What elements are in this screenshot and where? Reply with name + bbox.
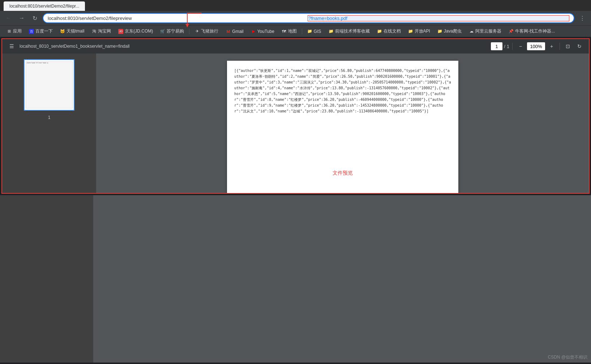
- address-bar[interactable]: localhost:8010/servletDemo2/filepreview?…: [43, 13, 574, 23]
- pdf-thumb-content: [{"author":"狄更斯","id":1,"name":"双城记"...}…: [26, 62, 72, 65]
- bookmark-frontend-label: 前端技术博客收藏: [335, 28, 370, 34]
- bookmark-nowcoder-label: 牛客网-找工作神器...: [515, 28, 555, 34]
- bookmark-aliyun[interactable]: ☁ 阿里云服务器: [466, 27, 504, 35]
- pdf-sidebar: [{"author":"狄更斯","id":1,"name":"双城记"...}…: [2, 53, 96, 193]
- bookmark-youtube-label: YouTube: [257, 29, 274, 34]
- frontend-folder-icon: 📁: [329, 29, 334, 34]
- pdf-toolbar: ☰ localhost_8010_servletDemo1_bookservle…: [2, 39, 589, 53]
- below-main: [93, 195, 591, 363]
- pdf-zoom-out-button[interactable]: −: [515, 41, 526, 51]
- tmall-icon: 🐱: [60, 29, 65, 34]
- java-folder-icon: 📁: [437, 29, 442, 34]
- browser-toolbar: ← → ↻ localhost:8010/servletDemo2/filepr…: [0, 11, 591, 25]
- pdf-menu-button[interactable]: ☰: [7, 41, 17, 51]
- browser-tabs: localhost:8010/servletDemo2/filepr...: [0, 0, 591, 11]
- bookmark-suning-label: 苏宁易购: [167, 28, 184, 34]
- browser-chrome: localhost:8010/servletDemo2/filepr... ← …: [0, 0, 591, 25]
- suning-icon: 🛒: [160, 29, 165, 34]
- bookmark-jd-label: 京东(JD.COM): [125, 28, 153, 34]
- apps-icon: ⊞: [7, 29, 12, 34]
- pdf-zoom-input[interactable]: [527, 42, 545, 50]
- bookmark-apps[interactable]: ⊞ 应用: [4, 27, 25, 35]
- pdf-page-content: [{"author":"狄更斯","id":1,"name":"双城记","pr…: [234, 68, 451, 114]
- pdf-thumbnail-image: [{"author":"狄更斯","id":1,"name":"双城记"...}…: [26, 61, 73, 108]
- maps-icon: 🗺: [282, 29, 287, 34]
- bookmark-gmail-label: Gmail: [232, 29, 243, 34]
- csdn-watermark: CSDN @似曾不相识: [548, 354, 587, 360]
- bookmark-baidu-label: 百度一下: [35, 28, 53, 34]
- browser-actions: ⋮: [577, 13, 587, 23]
- pdf-page-separator: /: [504, 44, 505, 49]
- baidu-icon: 百: [29, 29, 34, 34]
- taobao-icon: 淘: [91, 29, 97, 34]
- bookmark-baidu[interactable]: 百 百度一下: [26, 27, 56, 35]
- bookmarks-bar: ⊞ 应用 百 百度一下 🐱 天猫tmall 淘 淘宝网 JD 京东(JD.COM…: [0, 25, 591, 37]
- aliyun-icon: ☁: [469, 29, 474, 34]
- bookmark-jd[interactable]: JD 京东(JD.COM): [115, 27, 156, 35]
- jd-icon: JD: [118, 29, 123, 34]
- bookmark-taobao-label: 淘宝网: [98, 28, 111, 34]
- reload-button[interactable]: ↻: [30, 13, 40, 23]
- pdf-page-input[interactable]: [491, 42, 502, 50]
- pdf-title: localhost_8010_servletDemo1_bookservlet_…: [20, 44, 488, 49]
- pdf-fit-button[interactable]: ⊡: [563, 41, 573, 51]
- bookmark-taobao[interactable]: 淘 淘宝网: [89, 27, 114, 35]
- pdf-thumbnail-number: 1: [48, 115, 51, 120]
- forward-button[interactable]: →: [17, 13, 27, 23]
- bookmark-gmail[interactable]: M Gmail: [223, 28, 246, 35]
- bookmark-youtube[interactable]: ▶ YouTube: [248, 28, 277, 35]
- address-text: localhost:8010/servletDemo2/filepreview: [48, 16, 308, 21]
- bookmark-frontend[interactable]: 📁 前端技术博客收藏: [326, 27, 373, 35]
- bookmark-separator2: [302, 29, 302, 34]
- bookmark-gis-label: GIS: [314, 29, 321, 34]
- bookmark-api[interactable]: 📁 开放API: [405, 27, 433, 35]
- pdf-preview-label: 文件预览: [333, 170, 353, 176]
- gmail-icon: M: [226, 29, 231, 34]
- bookmark-tmall[interactable]: 🐱 天猫tmall: [57, 27, 87, 35]
- pdf-zoom-in-button[interactable]: +: [547, 41, 557, 51]
- bookmark-fliggy-label: 飞猪旅行: [201, 28, 218, 34]
- bookmark-docs-label: 在线文档: [384, 28, 401, 34]
- tab-title: localhost:8010/servletDemo2/filepr...: [9, 4, 79, 9]
- api-folder-icon: 📁: [408, 29, 413, 34]
- docs-folder-icon: 📁: [377, 29, 382, 34]
- fliggy-icon: ✈: [194, 29, 200, 34]
- pdf-zoom-controls: [527, 42, 545, 50]
- youtube-icon: ▶: [251, 29, 256, 34]
- bookmark-suning[interactable]: 🛒 苏宁易购: [157, 27, 187, 35]
- bookmark-api-label: 开放API: [415, 28, 430, 34]
- bookmark-nowcoder[interactable]: 📌 牛客网-找工作神器...: [506, 27, 558, 35]
- pdf-page-total: 1: [507, 44, 509, 49]
- active-tab[interactable]: localhost:8010/servletDemo2/filepr...: [4, 1, 85, 11]
- bookmark-docs[interactable]: 📁 在线文档: [374, 27, 404, 35]
- bookmark-java-label: Java爬虫: [444, 28, 462, 34]
- pdf-main-view[interactable]: [{"author":"狄更斯","id":1,"name":"双城记","pr…: [97, 53, 589, 193]
- pdf-thumbnail-1[interactable]: [{"author":"狄更斯","id":1,"name":"双城记"...}…: [24, 59, 74, 111]
- pdf-page-controls: / 1: [491, 42, 509, 50]
- back-button[interactable]: ←: [4, 13, 14, 23]
- gis-folder-icon: 📁: [307, 29, 312, 34]
- pdf-page: [{"author":"狄更斯","id":1,"name":"双城记","pr…: [227, 61, 458, 193]
- bookmark-maps-label: 地图: [288, 28, 297, 34]
- pdf-divider1: [512, 43, 513, 50]
- address-highlight: ?fname=books.pdf: [308, 15, 570, 21]
- pdf-content: [{"author":"狄更斯","id":1,"name":"双城记"...}…: [2, 53, 589, 193]
- bookmark-apps-label: 应用: [13, 28, 22, 34]
- bookmark-fliggy[interactable]: ✈ 飞猪旅行: [192, 27, 221, 35]
- below-area: [0, 195, 591, 363]
- below-sidebar: [0, 195, 93, 363]
- bookmark-separator: [189, 29, 189, 34]
- bookmark-maps[interactable]: 🗺 地图: [279, 27, 300, 35]
- bookmark-aliyun-label: 阿里云服务器: [475, 28, 501, 34]
- bookmark-tmall-label: 天猫tmall: [67, 28, 84, 34]
- nowcoder-icon: 📌: [509, 29, 514, 34]
- bookmark-java[interactable]: 📁 Java爬虫: [434, 27, 464, 35]
- bookmark-gis[interactable]: 📁 GIS: [304, 28, 324, 35]
- pdf-rotate-button[interactable]: ↻: [574, 41, 584, 51]
- pdf-divider2: [560, 43, 560, 50]
- extensions-button[interactable]: ⋮: [577, 13, 587, 23]
- pdf-viewer-wrapper: ☰ localhost_8010_servletDemo1_bookservle…: [1, 38, 590, 194]
